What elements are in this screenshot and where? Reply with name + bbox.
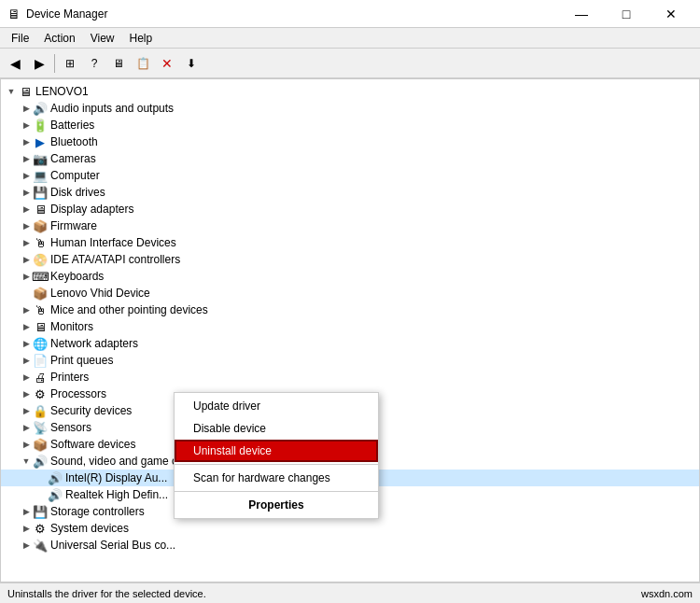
list-item[interactable]: ▶ 🔋 Batteries: [1, 117, 699, 133]
expand-icon[interactable]: ▶: [20, 303, 33, 316]
context-update-driver[interactable]: Update driver: [175, 395, 378, 417]
tree-root[interactable]: ▼ 🖥 LENOVO1: [1, 83, 699, 100]
item-label: Human Interface Devices: [50, 236, 176, 249]
expand-icon[interactable]: ▶: [20, 203, 33, 216]
list-item[interactable]: ▶ ⚙ System devices: [1, 520, 699, 537]
item-label: Storage controllers: [50, 505, 145, 518]
expand-icon[interactable]: ▶: [20, 253, 33, 266]
toolbar-back[interactable]: ◀: [4, 52, 26, 75]
list-item[interactable]: ▶ 🔌 Universal Serial Bus co...: [1, 537, 699, 554]
expand-icon[interactable]: ▶: [20, 320, 33, 333]
item-label: Monitors: [50, 320, 93, 333]
ide-icon: 📀: [33, 252, 48, 267]
menu-help[interactable]: Help: [122, 30, 161, 47]
minimize-button[interactable]: —: [560, 0, 603, 28]
context-scan-hardware[interactable]: Scan for hardware changes: [175, 467, 378, 489]
title-bar-left: 🖥 Device Manager: [7, 7, 107, 21]
hid-icon: 🖱: [33, 235, 48, 250]
item-label: Firmware: [50, 219, 97, 232]
toolbar-help[interactable]: ?: [83, 52, 105, 75]
expand-icon[interactable]: ▶: [20, 539, 33, 552]
expand-icon[interactable]: ▶: [20, 438, 33, 451]
root-expand[interactable]: ▼: [5, 85, 18, 98]
toolbar-display[interactable]: 🖥: [107, 52, 130, 75]
context-disable-device[interactable]: Disable device: [175, 417, 378, 440]
menu-bar: File Action View Help: [0, 28, 700, 49]
list-item[interactable]: ▶ 💾 Disk drives: [1, 184, 699, 201]
list-item[interactable]: ▶ 🖱 Mice and other pointing devices: [1, 302, 699, 318]
toolbar-scan[interactable]: ⬇: [180, 52, 203, 75]
expand-icon[interactable]: ▶: [20, 186, 33, 199]
list-item[interactable]: 📦 Lenovo Vhid Device: [1, 285, 699, 302]
sensor-icon: 📡: [33, 420, 48, 435]
menu-action[interactable]: Action: [36, 30, 82, 47]
expand-icon[interactable]: ▶: [20, 371, 33, 384]
expand-icon[interactable]: ▼: [20, 455, 33, 468]
item-label: Keyboards: [50, 270, 104, 283]
item-label: Sensors: [50, 421, 91, 434]
computer-icon: 💻: [33, 168, 48, 183]
expand-icon[interactable]: ▶: [20, 387, 33, 400]
item-label: Bluetooth: [50, 135, 98, 148]
toolbar: ◀ ▶ ⊞ ? 🖥 📋 ✕ ⬇: [0, 49, 700, 78]
expand-icon[interactable]: ▶: [20, 219, 33, 232]
context-properties[interactable]: Properties: [175, 494, 378, 516]
context-uninstall-device[interactable]: Uninstall device: [175, 440, 378, 462]
realtek-icon: 🔊: [48, 487, 63, 502]
security-icon: 🔒: [33, 403, 48, 418]
printer-icon: 🖨: [33, 370, 48, 385]
expand-icon[interactable]: ▶: [20, 236, 33, 249]
item-label: Realtek High Defin...: [65, 488, 168, 501]
menu-file[interactable]: File: [4, 30, 36, 47]
close-button[interactable]: ✕: [650, 0, 693, 28]
expand-icon[interactable]: ▶: [20, 421, 33, 434]
list-item[interactable]: ▶ 🖥 Display adapters: [1, 201, 699, 217]
toolbar-remove[interactable]: ✕: [156, 52, 178, 75]
display-icon: 🖥: [33, 202, 48, 217]
list-item[interactable]: ▶ 🖱 Human Interface Devices: [1, 234, 699, 251]
list-item[interactable]: ▶ 💻 Computer: [1, 167, 699, 184]
print-queue-icon: 📄: [33, 353, 48, 368]
expand-icon[interactable]: ▶: [20, 354, 33, 367]
list-item[interactable]: ▶ 📀 IDE ATA/ATAPI controllers: [1, 251, 699, 268]
expand-icon[interactable]: ▶: [20, 522, 33, 535]
expand-icon[interactable]: ▶: [20, 169, 33, 182]
item-label: System devices: [50, 522, 129, 535]
menu-view[interactable]: View: [83, 30, 122, 47]
properties-label: Properties: [248, 498, 303, 512]
expand-icon[interactable]: ▶: [20, 505, 33, 518]
disk-icon: 💾: [33, 185, 48, 200]
list-item[interactable]: ▶ 🖨 Printers: [1, 369, 699, 386]
list-item[interactable]: ▶ 🖥 Monitors: [1, 318, 699, 335]
maximize-button[interactable]: □: [605, 0, 648, 28]
title-bar: 🖥 Device Manager — □ ✕: [0, 0, 700, 28]
system-icon: ⚙: [33, 521, 48, 536]
expand-icon[interactable]: ▶: [20, 337, 33, 350]
list-item[interactable]: ▶ 🌐 Network adapters: [1, 335, 699, 352]
bluetooth-icon: ▶: [33, 134, 48, 149]
expand-icon[interactable]: ▶: [20, 152, 33, 165]
lenovo-icon: 📦: [33, 286, 48, 301]
list-item[interactable]: ▶ 📷 Cameras: [1, 150, 699, 167]
expand-icon[interactable]: ▶: [20, 102, 33, 115]
list-item[interactable]: ▶ ⌨ Keyboards: [1, 268, 699, 285]
toolbar-add[interactable]: 📋: [132, 52, 154, 75]
item-label: Security devices: [50, 404, 132, 417]
list-item[interactable]: ▶ 🔊 Audio inputs and outputs: [1, 100, 699, 117]
toolbar-forward[interactable]: ▶: [28, 52, 50, 75]
list-item[interactable]: ▶ 📄 Print queues: [1, 352, 699, 369]
sound-icon: 🔊: [33, 454, 48, 469]
app-icon: 🖥: [7, 7, 21, 21]
list-item[interactable]: ▶ 📦 Firmware: [1, 217, 699, 234]
expand-icon[interactable]: ▶: [20, 119, 33, 132]
expand-icon[interactable]: ▶: [20, 135, 33, 148]
main-panel: ▼ 🖥 LENOVO1 ▶ 🔊 Audio inputs and outputs…: [0, 78, 700, 582]
item-label: Universal Serial Bus co...: [50, 539, 175, 552]
list-item[interactable]: ▶ ▶ Bluetooth: [1, 133, 699, 150]
context-menu: Update driver Disable device Uninstall d…: [174, 392, 379, 519]
expand-icon[interactable]: ▶: [20, 404, 33, 417]
context-separator: [175, 464, 378, 465]
item-label: Audio inputs and outputs: [50, 102, 174, 115]
toolbar-properties[interactable]: ⊞: [59, 52, 81, 75]
audio-icon: 🔊: [33, 101, 48, 116]
